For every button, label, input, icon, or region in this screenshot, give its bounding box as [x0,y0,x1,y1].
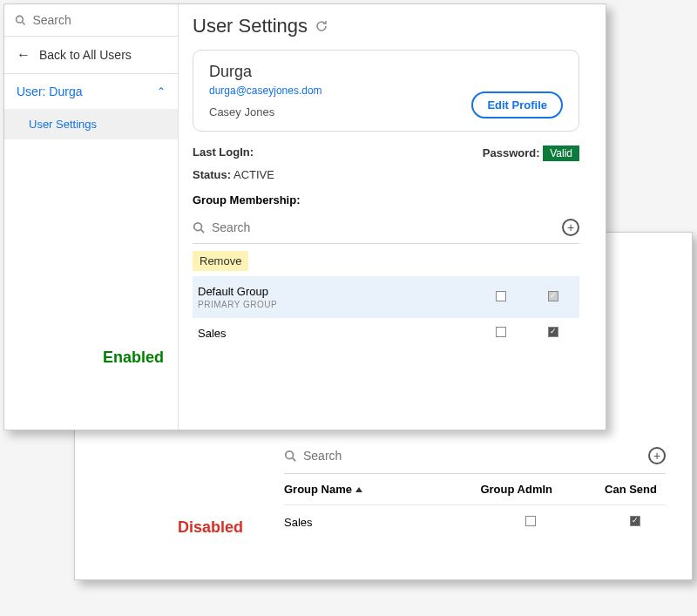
enabled-panel: ← Back to All Users User: Durga ⌃ User S… [3,3,606,430]
group-search-input-disabled[interactable] [303,449,456,463]
can-send-checkbox[interactable] [630,516,640,526]
status-value: ACTIVE [233,168,274,181]
group-admin-checkbox[interactable] [496,291,506,301]
svg-line-5 [201,230,205,234]
group-search-row: + [193,215,579,244]
last-login-label: Last LogIn: [193,146,254,159]
add-group-button-disabled[interactable]: + [648,447,666,464]
edit-profile-button[interactable]: Edit Profile [471,91,563,118]
meta-login-password: Last LogIn: Password: Valid [193,146,579,161]
group-row-disabled: Sales [284,505,666,539]
group-search-row-disabled: + [284,442,666,474]
sidebar-item-user-settings[interactable]: User Settings [4,109,178,139]
meta-status: Status: ACTIVE [193,168,579,181]
group-name-cell: Sales [193,318,475,349]
password-label: Password: [483,146,540,159]
group-table: Default Group PRIMARY GROUP Sales [193,276,579,349]
profile-name: Durga [209,63,322,81]
chevron-up-icon: ⌃ [157,85,166,98]
sidebar-user-label: User: Durga [17,85,82,98]
svg-point-4 [194,223,202,231]
group-row[interactable]: Sales [193,318,579,349]
svg-point-2 [17,16,24,23]
group-search-input[interactable] [212,220,364,234]
can-send-checkbox[interactable] [548,291,558,301]
sort-asc-icon [355,487,362,492]
group-table-header-disabled: Group Name Group AdmIn Can Send [284,474,666,505]
disabled-overlay-label: Disabled [178,518,243,537]
arrow-left-icon: ← [17,47,30,63]
back-to-all-users[interactable]: ← Back to All Users [4,37,178,74]
profile-company: Casey Jones [209,105,322,118]
primary-group-tag: PRIMARY GROUP [198,300,470,309]
svg-line-3 [23,22,25,24]
back-label: Back to All Users [39,48,132,62]
svg-line-1 [293,458,296,462]
sidebar-user-toggle[interactable]: User: Durga ⌃ [4,74,178,109]
group-membership-label: Group Membership: [193,193,579,206]
group-admin-checkbox[interactable] [496,327,506,337]
profile-email[interactable]: durga@caseyjones.dom [209,85,322,97]
group-admin-checkbox[interactable] [525,516,536,526]
search-icon [15,14,25,26]
sidebar-search [4,4,178,37]
sidebar-search-input[interactable] [32,13,167,27]
col-group-name[interactable]: Group Name [284,483,362,496]
search-icon [284,450,296,462]
page-header: User Settings [193,15,579,37]
remove-column-pill[interactable]: Remove [193,251,248,271]
status-label: Status: [193,168,231,181]
group-name-cell: Default Group [198,285,470,298]
enabled-overlay-label: Enabled [103,349,164,367]
can-send-checkbox[interactable] [548,327,558,337]
profile-card: Durga durga@caseyjones.dom Casey Jones E… [193,50,579,132]
col-group-admin[interactable]: Group AdmIn [480,483,552,496]
page-title: User Settings [193,15,308,37]
add-group-button[interactable]: + [562,219,579,236]
password-badge: Valid [543,146,579,161]
svg-point-0 [286,451,294,459]
col-can-send[interactable]: Can Send [605,483,657,496]
group-row[interactable]: Default Group PRIMARY GROUP [193,276,579,318]
refresh-icon[interactable] [315,19,328,33]
search-icon [193,221,205,234]
group-name-cell: Sales [284,516,313,529]
main-content: User Settings Durga durga@caseyjones.dom… [179,4,606,430]
